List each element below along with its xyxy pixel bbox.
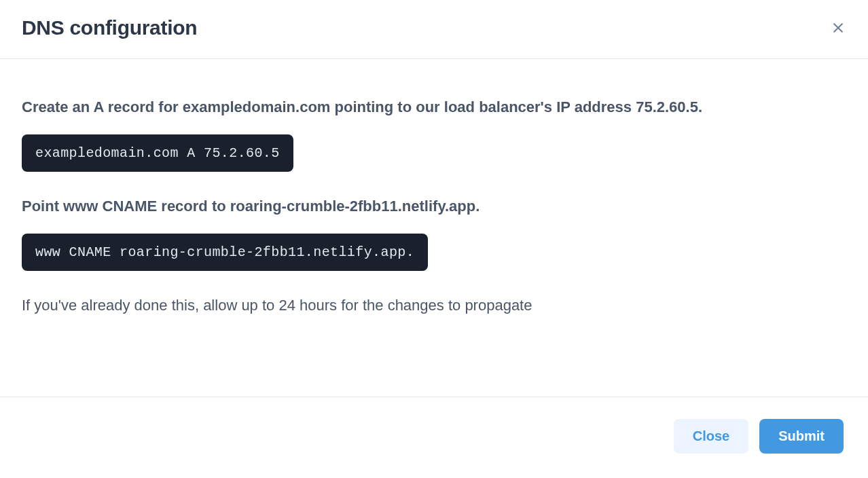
modal-body: Create an A record for exampledomain.com… <box>0 59 868 397</box>
cname-instruction: Point www CNAME record to roaring-crumbl… <box>22 196 846 217</box>
dns-config-modal: DNS configuration Create an A record for… <box>0 0 868 478</box>
a-record-instruction: Create an A record for exampledomain.com… <box>22 97 846 118</box>
modal-footer: Close Submit <box>0 397 868 478</box>
close-icon[interactable] <box>830 20 846 36</box>
cname-code: www CNAME roaring-crumble-2fbb11.netlify… <box>22 234 428 271</box>
modal-title: DNS configuration <box>22 16 197 39</box>
a-record-code: exampledomain.com A 75.2.60.5 <box>22 134 293 172</box>
close-button[interactable]: Close <box>674 419 748 454</box>
modal-header: DNS configuration <box>0 0 868 59</box>
propagation-note: If you've already done this, allow up to… <box>22 295 846 316</box>
submit-button[interactable]: Submit <box>759 419 844 454</box>
